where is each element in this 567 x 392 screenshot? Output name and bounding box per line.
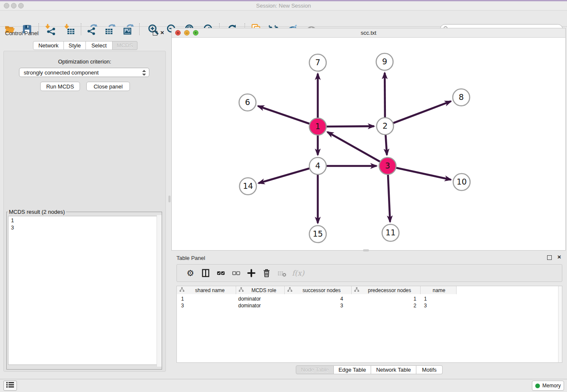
graph-node-label: 2 [383,121,388,130]
delete-table-icon[interactable] [274,268,289,278]
close-table-panel-icon[interactable]: × [557,254,561,260]
network-canvas[interactable]: 7968124314101511 [172,38,565,250]
tab-node-table[interactable]: Node Table [296,365,334,374]
float-panel-icon[interactable] [153,31,157,36]
tab-select[interactable]: Select [86,41,113,50]
network-view-window: × − + scc.txt 7968124314101511 [171,28,566,251]
run-mcds-button[interactable]: Run MCDS [40,82,80,91]
horizontal-splitter-handle[interactable] [363,249,369,251]
column-header-mcds-role[interactable]: MCDS role [236,286,285,294]
graph-edge-3-1[interactable] [328,132,388,166]
edge-label-tick [350,126,354,127]
mcds-result-title: MCDS result (2 nodes) [8,209,66,215]
mcds-result-group: MCDS result (2 nodes) 1 3 [6,209,162,370]
select-stepper-icon [141,69,147,76]
graph-node-label: 7 [315,58,320,67]
mcds-result-list[interactable]: 1 3 [8,216,160,365]
result-scrollbar[interactable] [157,215,162,367]
tab-mcds[interactable]: MCDS [113,41,138,50]
attribute-type-icon [287,287,293,294]
graph-edge-1-6[interactable] [258,106,318,127]
memory-status-icon [535,384,540,388]
graph-node-label: 6 [245,97,250,107]
float-table-panel-icon[interactable] [547,255,552,260]
table-tabs: Node Table Edge Table Network Table Moti… [171,365,567,374]
close-panel-icon[interactable]: × [160,29,164,36]
optimization-criterion-label: Optimization criterion: [4,58,165,65]
attribute-type-icon [179,287,185,294]
list-icon [6,381,14,390]
graph-edge-4-14[interactable] [259,166,318,183]
table-panel-title: Table Panel [176,255,205,261]
node-table: shared name MCDS role successor nodes pr… [176,286,562,363]
graph-node-label: 4 [315,161,320,170]
attribute-type-icon [354,287,360,294]
column-header-name[interactable]: name [421,286,457,294]
tab-style[interactable]: Style [64,41,86,50]
table-settings-icon[interactable]: ⚙ [183,269,198,277]
graph-node-label: 10 [457,177,467,186]
function-builder-icon[interactable]: f(x) [292,269,304,277]
task-history-button[interactable] [3,381,17,391]
delete-column-icon[interactable] [259,268,274,278]
table-row[interactable]: 3 dominator 3 2 3 [177,302,457,309]
tab-motifs[interactable]: Motifs [416,365,443,374]
edge-label-tick [351,166,355,167]
show-columns-icon[interactable] [198,268,213,278]
memory-button[interactable]: Memory [532,381,564,391]
control-panel-title: Control Panel [5,30,39,36]
graph-node-label: 14 [243,181,253,190]
tab-network-table[interactable]: Network Table [371,365,416,374]
attribute-type-icon [238,287,244,294]
tab-edge-table[interactable]: Edge Table [334,365,371,374]
add-column-icon[interactable] [244,268,259,278]
graph-node-label: 15 [313,229,323,238]
unselect-all-icon[interactable] [228,268,244,278]
table-toolbar: ⚙ f(x) [176,264,562,282]
memory-label: Memory [542,383,561,389]
select-all-icon[interactable] [213,268,228,278]
optimization-criterion-value: strongly connected component [24,69,99,76]
mcds-panel: Optimization criterion: strongly connect… [3,51,166,372]
control-panel-tabs: Network Style Select MCDS [33,41,138,50]
column-header-predecessor-nodes[interactable]: predecessor nodes [352,286,421,294]
table-header: shared name MCDS role successor nodes pr… [177,286,457,294]
graph-edge-2-8[interactable] [385,101,451,126]
vertical-splitter-handle[interactable] [168,196,171,202]
graph-node-label: 3 [385,161,390,170]
status-bar: Memory [0,379,567,392]
main-toolbar [0,11,567,27]
network-title: scc.txt [172,30,565,36]
graph-edge-3-10[interactable] [388,166,451,179]
graph-node-label: 9 [382,57,387,66]
table-row[interactable]: 1 dominator 4 1 1 [177,295,457,302]
graph-node-label: 8 [459,92,464,102]
column-header-shared-name[interactable]: shared name [177,286,236,294]
tab-network[interactable]: Network [33,41,64,50]
table-scrollbar[interactable] [558,286,562,362]
column-header-successor-nodes[interactable]: successor nodes [285,286,352,294]
app-window: Session: New Session Control Panel × [0,0,567,392]
window-titlebar: Session: New Session [0,1,567,11]
network-window-titlebar: × − + scc.txt [172,28,565,38]
table-panel: Table Panel × ⚙ f(x) shared name MCDS ro… [171,252,567,379]
graph-node-label: 11 [385,228,396,237]
graph-node-label: 1 [315,121,320,131]
close-panel-button[interactable]: Close panel [86,82,130,91]
window-title: Session: New Session [0,3,567,9]
optimization-criterion-select[interactable]: strongly connected component [19,68,149,77]
control-panel-header: Control Panel × [0,27,169,39]
